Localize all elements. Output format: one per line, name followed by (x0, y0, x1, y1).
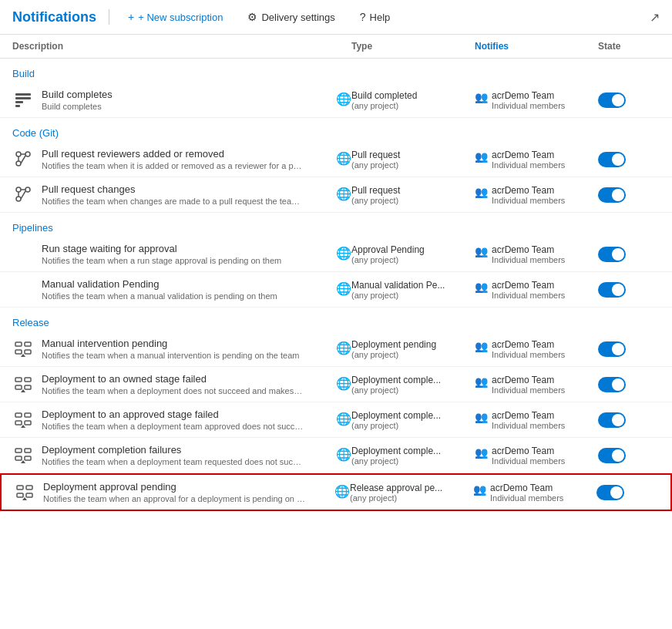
state-toggle[interactable] (598, 247, 626, 262)
notifies-name: acrDemo Team (492, 150, 565, 160)
type-sub: (any project) (351, 160, 475, 170)
row-subtitle: Notifies the team when changes are made … (42, 197, 304, 206)
svg-marker-45 (22, 497, 27, 500)
notifies-text: acrDemo Team Individual members (492, 185, 565, 205)
notifies-text: acrDemo Team Individual members (492, 446, 565, 466)
svg-rect-34 (15, 449, 22, 452)
desc-text: Run stage waiting for approvalNotifies t… (42, 243, 328, 265)
table-row[interactable]: Manual intervention pendingNotifies the … (0, 331, 672, 367)
state-toggle[interactable] (598, 341, 626, 357)
desc-cell: Deployment to an owned stage failedNotif… (12, 373, 351, 395)
state-toggle[interactable] (598, 412, 626, 428)
globe-icon: 🌐 (336, 246, 351, 261)
type-sub: (any project) (351, 291, 475, 300)
desc-cell: Deployment approval pendingNotifies the … (14, 481, 350, 503)
type-cell: Deployment comple...(any project) (351, 375, 475, 395)
desc-cell: Deployment to an approved stage failedNo… (12, 409, 351, 431)
table-row[interactable]: Deployment completion failuresNotifies t… (0, 438, 672, 473)
notifies-text: acrDemo Team Individual members (492, 244, 565, 264)
svg-point-5 (25, 152, 30, 156)
type-name: Release approval pe... (350, 483, 473, 493)
page-title: Notifications (12, 9, 96, 25)
svg-rect-2 (15, 101, 23, 103)
toggle-cell (598, 152, 660, 167)
state-toggle[interactable] (596, 485, 624, 500)
svg-marker-27 (21, 389, 25, 392)
svg-point-6 (16, 161, 21, 166)
row-subtitle: Notifies the team when it is added or re… (42, 161, 304, 170)
notifies-cell: 👥 acrDemo Team Individual members (475, 244, 598, 264)
team-icon: 👥 (475, 186, 488, 198)
svg-rect-29 (25, 413, 31, 417)
svg-marker-21 (21, 354, 25, 357)
desc-text: Deployment completion failuresNotifies t… (42, 444, 328, 466)
globe-icon: 🌐 (336, 92, 351, 106)
desc-cell: Pull request changesNotifies the team wh… (12, 183, 351, 206)
notifies-name: acrDemo Team (492, 446, 565, 456)
help-button[interactable]: ? Help (354, 8, 397, 26)
desc-text: Deployment to an owned stage failedNotif… (42, 373, 328, 395)
type-cell: Deployment pending(any project) (351, 339, 475, 359)
help-icon: ? (360, 11, 366, 23)
desc-text: Pull request changesNotifies the team wh… (42, 183, 328, 206)
table-row[interactable]: Pull request reviewers added or removedN… (0, 142, 672, 177)
type-cell: Pull request(any project) (351, 150, 475, 170)
category-label: Code (Git) (0, 118, 672, 142)
desc-cell: Build completesBuild completes🌐 (12, 89, 351, 111)
globe-icon: 🌐 (336, 412, 351, 426)
table-row[interactable]: Deployment to an owned stage failedNotif… (0, 367, 672, 402)
svg-rect-40 (17, 486, 23, 489)
row-title: Manual validation Pending (42, 278, 328, 290)
state-toggle[interactable] (598, 92, 626, 108)
row-title: Manual intervention pending (42, 338, 328, 349)
row-subtitle: Build completes (42, 102, 304, 111)
team-icon: 👥 (475, 411, 488, 423)
svg-rect-24 (15, 385, 22, 389)
row-title: Pull request reviewers added or removed (42, 148, 328, 160)
svg-marker-33 (21, 425, 25, 428)
state-toggle[interactable] (598, 448, 626, 463)
svg-rect-17 (25, 342, 31, 346)
svg-rect-3 (15, 105, 20, 107)
row-title: Deployment to an owned stage failed (42, 373, 328, 385)
notifies-text: acrDemo Team Individual members (490, 483, 563, 503)
globe-icon: 🌐 (336, 281, 351, 296)
svg-rect-35 (25, 449, 31, 452)
notifies-sub: Individual members (492, 196, 565, 205)
release-icon (14, 481, 35, 503)
table-row[interactable]: Pull request changesNotifies the team wh… (0, 177, 672, 213)
plus-icon: + (128, 11, 134, 23)
state-toggle[interactable] (598, 282, 626, 298)
notifies-sub: Individual members (490, 493, 563, 503)
type-sub: (any project) (351, 196, 475, 205)
new-subscription-button[interactable]: + + New subscription (122, 8, 229, 26)
notifies-cell: 👥 acrDemo Team Individual members (475, 185, 598, 205)
row-title: Pull request changes (42, 183, 328, 195)
table-row[interactable]: Deployment approval pendingNotifies the … (0, 473, 672, 511)
notifies-name: acrDemo Team (492, 280, 565, 291)
state-toggle[interactable] (598, 152, 626, 167)
table-row[interactable]: Manual validation PendingNotifies the te… (0, 272, 672, 308)
team-icon: 👥 (475, 446, 488, 459)
release-icon (12, 409, 34, 430)
notifies-text: acrDemo Team Individual members (492, 280, 565, 300)
table-row[interactable]: Deployment to an approved stage failedNo… (0, 402, 672, 438)
table-row[interactable]: Build completesBuild completes🌐Build com… (0, 82, 672, 118)
svg-rect-18 (15, 350, 22, 354)
desc-cell: Pull request reviewers added or removedN… (12, 148, 351, 170)
notifies-cell: 👥 acrDemo Team Individual members (475, 410, 598, 430)
notifies-name: acrDemo Team (490, 483, 563, 493)
git-icon (12, 183, 34, 205)
delivery-settings-button[interactable]: ⚙ Delivery settings (241, 8, 341, 26)
state-toggle[interactable] (598, 377, 626, 392)
type-cell: Approval Pending(any project) (351, 244, 475, 264)
svg-rect-42 (17, 493, 23, 497)
svg-line-15 (21, 191, 25, 199)
expand-button[interactable]: ↗ (650, 10, 660, 25)
type-name: Deployment pending (351, 339, 475, 350)
desc-cell: Run stage waiting for approvalNotifies t… (12, 243, 351, 265)
col-notifies: Notifies (475, 41, 598, 52)
notifies-sub: Individual members (492, 160, 565, 170)
table-row[interactable]: Run stage waiting for approvalNotifies t… (0, 237, 672, 272)
state-toggle[interactable] (598, 187, 626, 203)
